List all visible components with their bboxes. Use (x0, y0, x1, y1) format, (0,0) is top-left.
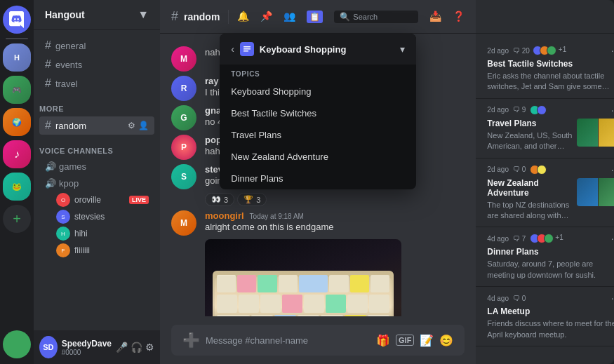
thread-more-button-3[interactable]: ··· (611, 233, 614, 244)
thread-title-2: New Zealand Adventure (487, 178, 574, 198)
thread-more-button-1[interactable]: ··· (611, 105, 614, 116)
topic-chevron-right-icon[interactable]: ▾ (400, 43, 405, 55)
server-header[interactable]: Hangout ▼ (34, 0, 160, 30)
add-attachment-button[interactable]: ➕ (182, 332, 200, 349)
thread-extra-count-3: +1 (555, 234, 563, 243)
help-icon[interactable]: ❓ (453, 11, 465, 23)
voice-channel-games-name[interactable]: 🔊 games (39, 159, 154, 175)
voice-user-oroville[interactable]: O oroville LIVE (39, 191, 154, 208)
online-status (3, 330, 31, 358)
thread-stats-4: 🗨 0 (513, 295, 526, 302)
key (304, 295, 324, 313)
inbox-icon[interactable]: 📥 (429, 11, 441, 23)
svg-rect-1 (243, 48, 251, 50)
chat-input-field[interactable]: Message #channel-name (206, 335, 371, 346)
channel-item-random[interactable]: # random ⚙ 👤 (39, 116, 154, 135)
sticker-icon[interactable]: 📝 (420, 334, 434, 347)
chat-input-container: ➕ Message #channel-name 🎁 GIF 📝 😊 (160, 316, 476, 364)
add-server-button[interactable]: + (3, 205, 31, 233)
bell-icon[interactable]: 🔔 (237, 11, 249, 23)
key-colored (282, 295, 302, 313)
topic-item-text-2: Travel Plans (231, 130, 281, 140)
reaction-trophy[interactable]: 🏆 3 (237, 193, 267, 206)
thread-stats-1: 🗨 9 (513, 105, 547, 115)
thread-content-1: Travel Plans New Zealand, US, South Amer… (487, 119, 614, 152)
more-category[interactable]: MORE (34, 93, 160, 116)
speaker-icon-kpop: 🔊 (45, 178, 56, 189)
server-icon-3[interactable]: 🌍 (3, 108, 31, 136)
channel-item-events[interactable]: # events (39, 55, 154, 74)
thread-item-0[interactable]: 2d ago 🗨 20 +1 ··· Best Tactile Switches… (476, 39, 614, 99)
server-sidebar: H 🎮 🌍 ♪ 🐸 + (0, 0, 34, 364)
thread-title-4: LA Meetup (487, 306, 614, 316)
thread-item-3[interactable]: 4d ago 🗨 7 +1 ··· Dinner Plans Saturday,… (476, 227, 614, 287)
thread-item-4[interactable]: 4d ago 🗨 0 ··· LA Meetup Friends discuss… (476, 287, 614, 346)
voice-user-hihi[interactable]: H hihi (39, 225, 154, 242)
thread-extra-count: +1 (559, 46, 566, 55)
channel-name-events: events (55, 60, 82, 70)
thread-ago-2: 2d ago (487, 166, 509, 173)
channel-actions: ⚙ 👤 (128, 121, 149, 130)
headphone-button[interactable]: 🎧 (131, 342, 142, 353)
voice-user-fiiiiiii[interactable]: F fiiiiiii (39, 242, 154, 259)
key (279, 275, 298, 293)
thread-image-thumb (577, 119, 598, 147)
topic-item-0[interactable]: Keyboard Shopping (220, 81, 416, 102)
topic-chevron-left-icon[interactable]: ‹ (231, 43, 234, 55)
topic-item-3[interactable]: New Zealand Adventure (220, 146, 416, 168)
thread-avatar-mini (537, 165, 547, 175)
server-divider (6, 38, 28, 39)
server-icon-1[interactable]: H (3, 43, 31, 72)
server-icon-4[interactable]: ♪ (3, 140, 31, 168)
key-row-2 (217, 295, 389, 313)
channel-settings-icon[interactable]: ⚙ (128, 121, 135, 130)
settings-button[interactable]: ⚙ (145, 342, 154, 353)
pin-icon[interactable]: 📌 (260, 11, 272, 23)
thread-images-1 (577, 119, 614, 147)
thread-more-button-2[interactable]: ··· (611, 164, 614, 175)
voice-user-hihi-name: hihi (74, 229, 88, 238)
search-bar[interactable]: 🔍 Search (334, 11, 418, 23)
topic-item-2[interactable]: Travel Plans (220, 124, 416, 146)
thread-item-1[interactable]: 2d ago 🗨 9 ··· Travel Plans New Zealand,… (476, 99, 614, 159)
mic-button[interactable]: 🎤 (116, 342, 128, 353)
topic-header-left: ‹ Keyboard Shopping (231, 42, 346, 56)
avatar: O (56, 193, 70, 207)
thread-title-1: Travel Plans (487, 119, 574, 128)
message-content-6: moongirl Today at 9:18 AM alright come o… (205, 210, 465, 316)
thread-item-2[interactable]: 2d ago 🗨 0 ··· New Zealand Adventure The… (476, 159, 614, 228)
voice-user-stevsies[interactable]: S stevsies (39, 208, 154, 225)
thread-meta-3: 4d ago 🗨 7 +1 ··· (487, 233, 614, 244)
gift-icon[interactable]: 🎁 (376, 334, 390, 347)
chat-channel-name: random (184, 11, 220, 22)
thread-text-1: Travel Plans New Zealand, US, South Amer… (487, 119, 574, 152)
channel-users-icon[interactable]: 👤 (138, 121, 149, 130)
server-icon-2[interactable]: 🎮 (3, 76, 31, 104)
gif-button[interactable]: GIF (396, 335, 414, 346)
message-author-moongirl: moongirl (205, 210, 244, 221)
user-controls: 🎤 🎧 ⚙ (116, 342, 154, 353)
hash-icon: # (45, 77, 51, 90)
reaction-emoji-trophy: 🏆 (243, 195, 253, 204)
avatar: H (56, 227, 70, 241)
key (217, 315, 250, 316)
thread-more-button-4[interactable]: ··· (611, 292, 614, 304)
message-6: M moongirl Today at 9:18 AM alright come… (171, 209, 465, 316)
reaction-emoji-eyes: 👀 (211, 195, 221, 204)
key-colored (274, 315, 296, 316)
channel-item-travel[interactable]: # travel (39, 74, 154, 93)
topic-item-1[interactable]: Best Tactile Switches (220, 102, 416, 124)
thread-content-2: New Zealand Adventure The top NZ destina… (487, 178, 614, 222)
emoji-button[interactable]: 😊 (439, 334, 453, 347)
members-icon[interactable]: 👥 (283, 11, 295, 23)
thread-more-button-0[interactable]: ··· (611, 45, 614, 56)
voice-games-label: games (59, 161, 86, 172)
discord-home-button[interactable] (3, 6, 31, 34)
threads-icon[interactable]: 📋 (307, 11, 323, 23)
channel-item-general[interactable]: # general (39, 36, 154, 55)
topic-item-4[interactable]: Dinner Plans (220, 168, 416, 189)
server-icon-5[interactable]: 🐸 (3, 173, 31, 201)
voice-channel-kpop-name[interactable]: 🔊 kpop (39, 175, 154, 191)
reaction-eyes[interactable]: 👀 3 (205, 193, 234, 206)
thread-text-2: New Zealand Adventure The top NZ destina… (487, 178, 574, 222)
